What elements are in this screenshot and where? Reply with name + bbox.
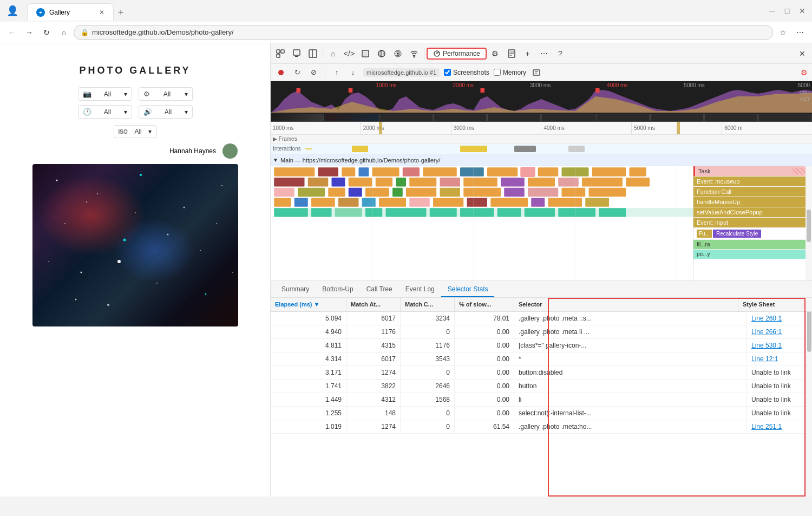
svg-rect-53: [318, 167, 339, 176]
task-item-fu-recalc: Fu... Recalculate Style: [693, 228, 812, 240]
screenshots-checkbox[interactable]: [444, 69, 451, 76]
help-btn[interactable]: ?: [553, 46, 568, 61]
add-tab-btn[interactable]: +: [520, 46, 535, 61]
r2000: 2000 ms: [361, 122, 451, 134]
filter-volume[interactable]: 🔊 All ▾: [139, 105, 193, 119]
tab-call-tree[interactable]: Call Tree: [360, 282, 399, 297]
refresh-btn[interactable]: ↻: [39, 25, 54, 40]
recalc-style-label: Recalculate Style: [713, 230, 761, 238]
memory-checkbox[interactable]: [494, 69, 501, 76]
table-scrollbar-thumb[interactable]: [807, 309, 811, 352]
range-handle-right[interactable]: [677, 122, 680, 134]
tab-summary[interactable]: Summary: [275, 282, 316, 297]
minimize-btn[interactable]: ─: [769, 8, 775, 14]
filter-volume-val: All: [165, 108, 172, 116]
svg-point-9: [80, 272, 82, 273]
maximize-btn[interactable]: □: [784, 8, 790, 14]
table-scrollbar[interactable]: [806, 298, 812, 497]
settings-gear-icon[interactable]: ⚙: [801, 68, 808, 77]
svg-rect-81: [298, 188, 325, 197]
memory-label: Memory: [503, 69, 526, 76]
timeline-scrollbar-thumb[interactable]: [807, 210, 811, 242]
td-style-1[interactable]: Line 266:1: [747, 325, 812, 338]
address-bar[interactable]: 🔒 microsoftedge.github.io/Demos/photo-ga…: [74, 25, 773, 40]
td-match-c-6: 1568: [401, 393, 455, 406]
td-style-0[interactable]: Line 260:1: [747, 312, 812, 325]
network-btn[interactable]: [374, 46, 389, 61]
td-style-6: Unable to link: [747, 393, 812, 406]
clear-btn[interactable]: ⊘: [307, 67, 319, 79]
svg-point-14: [232, 272, 233, 273]
chevron-down-icon-1: ▾: [124, 90, 127, 98]
event-mouseup-label: Event: mouseup: [697, 178, 740, 185]
svg-rect-55: [359, 167, 369, 176]
devtools-close-btn[interactable]: ✕: [795, 46, 810, 61]
th-match-c[interactable]: Match C...: [401, 298, 455, 311]
memory-check[interactable]: Memory: [494, 69, 526, 76]
filter-circle-val: All: [163, 90, 171, 98]
reload-record-btn[interactable]: ↻: [291, 67, 303, 79]
more-tabs-btn[interactable]: ⋯: [536, 46, 552, 61]
active-tab[interactable]: Gallery ✕: [27, 3, 114, 21]
t6000: 6000: [733, 82, 812, 88]
tab-event-log[interactable]: Event Log: [399, 282, 441, 297]
sensor-btn[interactable]: [390, 46, 405, 61]
favorites-btn[interactable]: ☆: [775, 25, 790, 40]
tab-bottom-up[interactable]: Bottom-Up: [316, 282, 359, 297]
settings-btn2[interactable]: ⚙: [488, 46, 503, 61]
th-pct-slow[interactable]: % of slow...: [455, 298, 514, 311]
close-btn[interactable]: ✕: [799, 8, 806, 14]
forward-btn[interactable]: →: [22, 25, 37, 40]
th-selector[interactable]: Selector: [514, 298, 738, 311]
performance-tab[interactable]: Performance: [427, 48, 487, 60]
new-tab-btn[interactable]: +: [114, 5, 128, 21]
elements-btn[interactable]: ⌂: [325, 46, 340, 61]
cpu-overview-svg: [271, 88, 812, 113]
upload-btn[interactable]: ↑: [331, 67, 343, 79]
filter-circle[interactable]: ⚙ All ▾: [139, 87, 193, 101]
device-btn[interactable]: [289, 46, 304, 61]
svg-rect-65: [630, 167, 646, 176]
sources-btn2[interactable]: [504, 46, 519, 61]
task-detail-panel: Task Event: mouseup Function Call handle…: [693, 166, 812, 280]
timeline-scrollbar[interactable]: [806, 166, 812, 280]
download-btn[interactable]: ↓: [347, 67, 359, 79]
expand-btn[interactable]: ▼: [273, 157, 278, 163]
collect-btn[interactable]: [531, 67, 542, 79]
th-style-sheet[interactable]: Style Sheet: [738, 298, 803, 311]
th-elapsed[interactable]: Elapsed (ms) ▼: [271, 298, 346, 311]
layout-btn[interactable]: [305, 46, 320, 61]
range-handle-left[interactable]: [379, 122, 382, 134]
tab-close-btn[interactable]: ✕: [99, 9, 104, 16]
record-btn[interactable]: [275, 67, 287, 79]
svg-rect-48: [297, 88, 301, 93]
td-style-8[interactable]: Line 251:1: [747, 420, 812, 433]
td-style-2[interactable]: Line 530:1: [747, 339, 812, 352]
td-selector-8: .gallery .photo .meta:ho...: [514, 420, 747, 433]
filter-camera[interactable]: 📷 All ▾: [78, 87, 132, 101]
td-match-at-2: 4315: [346, 339, 401, 352]
th-match-at[interactable]: Match At...: [346, 298, 401, 311]
td-match-at-7: 148: [346, 407, 401, 420]
task-item-task: Task: [693, 166, 812, 177]
inspect-btn[interactable]: [273, 46, 288, 61]
screenshots-check[interactable]: Screenshots: [444, 69, 489, 76]
td-style-3[interactable]: Line 12:1: [747, 352, 812, 365]
more-btn[interactable]: ⋯: [793, 25, 808, 40]
performance-icon: [433, 50, 441, 57]
sources-btn[interactable]: [358, 46, 373, 61]
td-pct-0: 78.01: [455, 312, 514, 325]
profile-icon[interactable]: 👤: [6, 5, 18, 17]
interactions-label: Interactions: [273, 146, 301, 152]
back-btn[interactable]: ←: [4, 25, 19, 40]
console-btn[interactable]: </>: [342, 46, 357, 61]
tab-selector-stats[interactable]: Selector Stats: [441, 282, 495, 297]
svg-rect-83: [349, 188, 362, 197]
svg-point-5: [221, 185, 222, 186]
wifi-btn[interactable]: [407, 46, 422, 61]
td-selector-1: .gallery .photo .meta li ...: [514, 325, 747, 338]
filter-iso[interactable]: ISO All ▾: [114, 125, 157, 138]
home-btn[interactable]: ⌂: [56, 25, 71, 40]
r3000: 3000 ms: [451, 122, 542, 134]
filter-clock[interactable]: 🕐 All ▾: [78, 105, 132, 119]
